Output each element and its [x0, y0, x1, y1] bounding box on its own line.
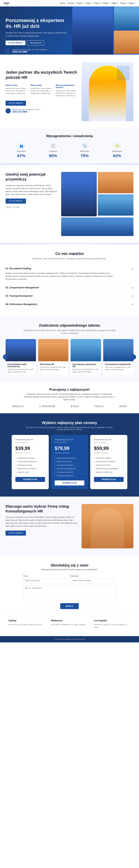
- footer-col-sydney: Sydney 89 KL Ave, Apt. Nr, Npmind: 100 3…: [5, 619, 48, 629]
- pricing-btn-pro[interactable]: WYBIERZ PLAN: [55, 480, 84, 486]
- stats-row: 👥 Konsultaci 67% 📋 Szkolenia 90% 🔍 Rekru…: [5, 143, 134, 158]
- hero-side-image-1: [114, 6, 139, 30]
- accordion-header-4[interactable]: 04. Performance Management ∨: [5, 303, 134, 306]
- why-section: Dlaczego warto wybrać Firmę Usług Konsul…: [0, 497, 139, 556]
- nav-page4[interactable]: Page 4: [103, 2, 109, 4]
- accordion-title-1: 01. Recruitment Staffing: [5, 267, 31, 270]
- leadership-images: [61, 172, 134, 236]
- footer-addresses: Sydney 89 KL Ave, Apt. Nr, Npmind: 100 3…: [5, 615, 134, 629]
- pricing-sub-pro: Cena na tydzień: [55, 441, 84, 443]
- stat-value-training: 90%: [49, 153, 57, 158]
- hero-side-images: [114, 6, 139, 55]
- form-row-1: Email Nazwisko: [23, 575, 116, 583]
- leadership-image-4: [61, 217, 134, 236]
- pricing-feature: Rekrutacja i staffing: [94, 456, 123, 460]
- pricing-feature: Zarządzanie rekrutacją: [16, 456, 45, 460]
- why-heading: Dlaczego warto wybrać Firmę Usług Konsul…: [5, 504, 78, 514]
- talent-card-2: Rekrutacja HR Click here to change this …: [38, 339, 68, 375]
- hero-phone: (352) 023 9969: [12, 51, 47, 53]
- partner-logo-evga: EVGA: [71, 405, 79, 408]
- footer-col-la: Los Angeles 100 Next St, House CA 100, L…: [91, 619, 134, 629]
- pricing-feature: Raportowanie miesięczne: [16, 467, 45, 470]
- pricing-feature: Monitorowanie wydajności: [94, 460, 123, 463]
- hero-contact-text: Zadzwoń już dziś w ciągu 24 / 7 dni w ty…: [12, 49, 47, 53]
- carousel-arrow-right[interactable]: ›: [131, 354, 136, 360]
- accordion-chevron-1: ∧: [132, 267, 134, 270]
- talent-card-body-4: Przesiewanie handlowców Click here to ch…: [103, 361, 134, 373]
- talent-card-body-2: Rekrutacja HR Click here to change this …: [38, 361, 68, 373]
- navbar: logo Home Contact Page 1 Page 2 Page 3 P…: [0, 0, 139, 6]
- pricing-feature: Zaawansowana rekrutacja: [55, 456, 84, 460]
- section-divider-2: [0, 243, 139, 244]
- hero-outline-btn[interactable]: Skontaktuj się: [27, 40, 44, 45]
- stat-consultants: 👥 Konsultaci 67%: [17, 143, 26, 158]
- pricing-card-pro: Profesjonalny plan HR Cena na tydzień $7…: [51, 435, 88, 489]
- talent-card-desc-3: Click here to change this text. Click ag…: [73, 368, 99, 373]
- pricing-btn-basic[interactable]: WYBIERZ PLAN: [16, 477, 45, 482]
- submit-button[interactable]: WYŚLIJ: [60, 603, 79, 609]
- pricing-sub-standard: Cena na tydzień: [94, 441, 123, 443]
- name-input[interactable]: [71, 578, 116, 583]
- nav-page7[interactable]: Page 7: [129, 2, 135, 4]
- pricing-section: Wybierz najlepszy plan cenowy Ska nasz c…: [0, 413, 139, 497]
- value-vision: Nasza wizja Sample Text: Click to select…: [31, 84, 53, 97]
- accordion-header-2[interactable]: 02. Compensation Management ∨: [5, 286, 134, 289]
- hero-images: [72, 6, 139, 55]
- accordion-item-2: 02. Compensation Management ∨: [5, 283, 134, 292]
- leadership-section: Uwolnij swój potencjał przywódczy Zapros…: [0, 164, 139, 243]
- leadership-image-2: [98, 172, 134, 193]
- accordion-chevron-3: ∨: [132, 294, 134, 298]
- accordion-item-1: 01. Recruitment Staffing ∧ Answer: Lorem…: [5, 265, 134, 283]
- value-mission: Nasza misja Sample Text: Click to select…: [5, 84, 28, 97]
- stat-icon-training: 📋: [50, 143, 56, 149]
- nav-home[interactable]: Home: [60, 2, 65, 4]
- co-nas-subtitle: Sample text: Click to select this text b…: [23, 257, 116, 260]
- email-input[interactable]: [23, 578, 68, 583]
- pricing-feature: Priorytetowe wsparcie: [55, 470, 84, 474]
- stat-icon-mentoring: ⭐: [114, 143, 120, 149]
- footer-address-sydney: 89 KL Ave, Apt. Nr, Npmind: 100 345 St, …: [8, 623, 45, 626]
- talent-card-body-3: Innowacyjna naprawami HR Click here to c…: [71, 361, 101, 375]
- nav-page6[interactable]: Page 6: [120, 2, 127, 4]
- nav-page3[interactable]: Page 3: [94, 2, 101, 4]
- leadership-heading: Uwolnij swój potencjał przywódczy: [5, 172, 57, 182]
- talent-card-3: Innowacyjna naprawami HR Click here to c…: [71, 339, 101, 375]
- value-core-title: Nasza podstawowa wartość: [56, 84, 78, 89]
- accordion-title-4: 04. Performance Management: [5, 303, 37, 306]
- message-textarea[interactable]: [23, 585, 116, 600]
- nav-page1[interactable]: Page 1: [77, 2, 83, 4]
- talent-card-4: Przesiewanie handlowców Click here to ch…: [103, 339, 134, 375]
- pricing-btn-standard[interactable]: WYBIERZ PLAN: [94, 477, 123, 482]
- nav-page2[interactable]: Page 2: [85, 2, 92, 4]
- accordion-header-3[interactable]: 03. Training Development ∨: [5, 294, 134, 298]
- leadership-images-stack: [98, 172, 134, 216]
- partner-photo: [82, 62, 134, 121]
- leadership-image-3: [98, 194, 134, 216]
- pricing-cards: Podstawowy plan HR Cena na tydzień $39,9…: [5, 435, 134, 489]
- carousel-arrow-left[interactable]: ‹: [3, 354, 8, 360]
- accordion-header-1[interactable]: 01. Recruitment Staffing ∧: [5, 267, 134, 270]
- talent-cards: Pozyskiwanie kadry kierowniczej Click he…: [5, 339, 134, 375]
- hero-primary-btn[interactable]: CZYTAJ WIĘCEJ: [5, 40, 25, 45]
- why-read-more[interactable]: CZYTAJ WIĘCEJ: [5, 531, 26, 536]
- nav-contact[interactable]: Contact: [67, 2, 75, 4]
- pricing-price-pro: $79,99: [55, 445, 84, 451]
- partner-logo-tesla: TESLA: [94, 405, 104, 408]
- partners-subtitle: Paragraph Lorem ipsum dolor sit amet, co…: [23, 393, 116, 401]
- nav-page5[interactable]: Page 5: [111, 2, 118, 4]
- form-row-2: [23, 585, 116, 601]
- stat-value-consultants: 67%: [18, 153, 26, 158]
- one-partner-read-more[interactable]: CZYTAJ WIĘCEJ: [5, 101, 26, 106]
- one-partner-section: Jeden partner dla wszystkich Twoich potr…: [0, 55, 139, 129]
- stat-training: 📋 Szkolenia 90%: [49, 143, 57, 158]
- leadership-read-more[interactable]: CZYTAJ WIĘCEJ: [5, 198, 26, 204]
- why-description: Zaproszono Cigraevit in sed ante a NNA M…: [5, 516, 78, 528]
- pricing-feature: Raportowanie tygodniowe: [55, 467, 84, 470]
- hero-main-image: [72, 6, 113, 55]
- pricing-heading: Wybierz najlepszy plan cenowy: [5, 421, 134, 425]
- footer-address-la: 100 Next St, House CA 100, Los Angeles C…: [94, 623, 131, 629]
- talent-card-desc-1: Click here to change this text. Click ag…: [7, 368, 34, 373]
- why-person-silhouette: [91, 508, 124, 548]
- pricing-tier-pro: Profesjonalny plan HR: [55, 439, 84, 441]
- stat-label-mentoring: Mentorstwo: [112, 150, 122, 152]
